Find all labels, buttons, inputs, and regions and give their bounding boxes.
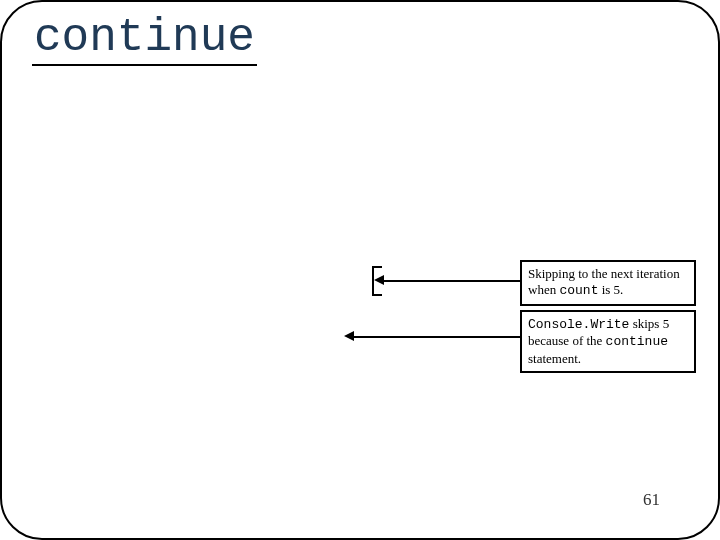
bracket-tip-top: [372, 266, 382, 268]
arrow-skip-head: [374, 275, 384, 285]
bracket-tip-bottom: [372, 294, 382, 296]
annotation-skip-line1: Skipping to the next iteration: [528, 266, 680, 281]
slide-title: continue: [32, 14, 257, 66]
annotation-skip: Skipping to the next iteration when coun…: [520, 260, 696, 306]
annotation-console-line1-suffix: skips 5: [629, 316, 669, 331]
annotation-skip-line2-code: count: [559, 283, 598, 298]
slide-frame: continue Skipping to the next iteration …: [0, 0, 720, 540]
annotation-console-line2-prefix: because of the: [528, 333, 606, 348]
annotation-skip-line2-suffix: is 5.: [598, 282, 623, 297]
arrow-console-line: [352, 336, 520, 338]
page-number: 61: [643, 490, 660, 510]
annotation-console-line2-code: continue: [606, 334, 668, 349]
annotation-console-line1-code: Console.Write: [528, 317, 629, 332]
annotation-console-line3: statement.: [528, 351, 581, 366]
arrow-skip-line: [382, 280, 520, 282]
arrow-console-head: [344, 331, 354, 341]
annotation-console: Console.Write skips 5 because of the con…: [520, 310, 696, 373]
annotation-skip-line2-prefix: when: [528, 282, 559, 297]
